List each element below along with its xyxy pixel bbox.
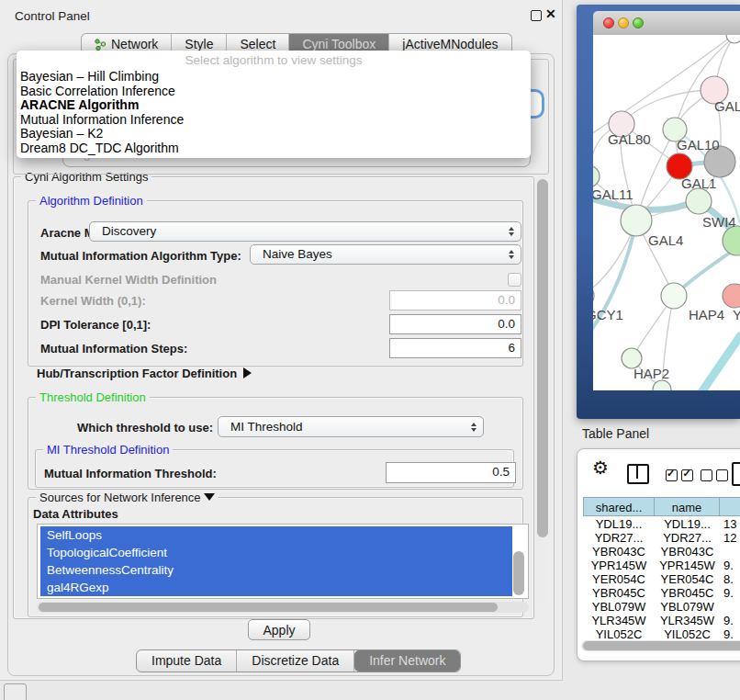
table-row[interactable]: YLR345WYLR345W9. (577, 614, 740, 627)
dpi-tolerance-field[interactable]: 0.0 (389, 314, 521, 334)
attribute-item[interactable]: BetweennessCentrality (40, 561, 512, 579)
table-row[interactable]: YPR145WYPR145W9. (577, 559, 740, 572)
minimized-panel-button[interactable] (4, 683, 27, 700)
tab-impute-data[interactable]: Impute Data (137, 650, 237, 672)
attribute-item[interactable]: TopologicalCoefficient (40, 544, 512, 561)
spinner-icon (509, 227, 514, 236)
table-row[interactable]: YBR043CYBR043C (577, 545, 740, 559)
dropdown-item[interactable]: Dream8 DC_TDC Algorithm (17, 141, 531, 156)
collapsed-arrow-icon (243, 367, 252, 378)
screen: Control Panel ✕ Network Style Select Cyn… (0, 0, 740, 700)
hub-definition-toggle[interactable]: Hub/Transcription Factor Definition (37, 367, 252, 380)
table-horizontal-scrollbar[interactable] (581, 640, 740, 651)
network-node[interactable] (621, 205, 652, 236)
list-vertical-scrollbar[interactable] (513, 551, 524, 595)
table-cell: YBL079W (655, 600, 720, 614)
spinner-icon (471, 423, 477, 432)
zoom-button[interactable] (633, 17, 644, 28)
table-cell: YBL079W (583, 600, 655, 614)
mi-steps-field[interactable]: 6 (389, 338, 521, 358)
table-cell: YBR045C (655, 586, 720, 600)
network-node[interactable] (723, 226, 740, 255)
node-label: GAL (714, 98, 740, 114)
kernel-width-field[interactable]: 0.0 (389, 290, 521, 310)
table-cell: YER054C (655, 572, 720, 586)
which-threshold-select[interactable]: MI Threshold (218, 416, 484, 437)
float-window-icon[interactable] (531, 10, 542, 21)
node-label: GAL11 (593, 186, 633, 202)
node-label: GAL1 (681, 175, 716, 191)
mi-type-select[interactable]: Naive Bayes (250, 244, 521, 265)
dropdown-item[interactable]: Bayesian – Hill Climbing (17, 70, 531, 85)
mi-threshold-field[interactable]: 0.5 (386, 462, 516, 483)
table-cell: YDL19... (655, 517, 720, 531)
column-header-shared[interactable]: shared... (583, 497, 655, 516)
network-node[interactable] (686, 188, 712, 214)
table-row[interactable]: YDL19...YDL19...13 (577, 517, 740, 531)
dropdown-item[interactable]: ARACNE Algorithm (17, 98, 531, 113)
dpi-tolerance-label: DPI Tolerance [0,1]: (40, 318, 151, 332)
column-header-3[interactable] (720, 497, 740, 516)
sources-toggle[interactable]: Sources for Network Inference (36, 491, 219, 504)
network-node[interactable] (723, 284, 740, 308)
scrollbar-thumb[interactable] (39, 603, 498, 612)
kernel-width-label: Kernel Width (0,1): (40, 294, 146, 308)
group-title: Algorithm Definition (36, 194, 147, 208)
network-canvas[interactable]: GALGAL80GAL10GAL1GAL11SWI4GAL4GCY1HAP4YH… (593, 35, 740, 390)
scrollbar-thumb[interactable] (583, 641, 740, 650)
select-all-checkboxes-icon[interactable] (666, 467, 693, 483)
dropdown-item[interactable]: Basic Correlation Inference (17, 85, 531, 99)
network-window-titlebar[interactable] (593, 11, 740, 36)
attribute-item[interactable]: gal4RGexp (40, 579, 512, 596)
document-icon[interactable] (732, 462, 740, 486)
expanded-arrow-icon (204, 493, 215, 501)
node-label: GAL10 (677, 137, 720, 152)
scrollbar-thumb[interactable] (537, 179, 548, 537)
column-header-name[interactable]: name (655, 497, 720, 516)
group-title: Threshold Definition (36, 390, 150, 404)
sources-title: Sources for Network Inference (39, 491, 201, 504)
dpi-tolerance-value: 0.0 (498, 317, 515, 331)
list-horizontal-scrollbar[interactable] (37, 602, 529, 613)
group-title: MI Threshold Definition (43, 443, 173, 457)
which-threshold-value: MI Threshold (219, 417, 483, 436)
table-panel-window: ⚙ shared... name YDL19...YDL19...13YDR27… (577, 448, 740, 661)
data-attributes-label: Data Attributes (33, 507, 118, 521)
attribute-item[interactable]: SelfLoops (40, 526, 512, 544)
algorithm-dropdown: Select algorithm to view settings Bayesi… (17, 51, 531, 158)
table-row[interactable]: YER054CYER054C8. (577, 572, 740, 586)
minimize-button[interactable] (618, 17, 629, 28)
dropdown-item[interactable]: Bayesian – K2 (17, 127, 531, 141)
network-node[interactable] (653, 380, 671, 390)
node-label: GAL80 (608, 131, 651, 147)
table-row[interactable]: YBL079WYBL079W (577, 600, 740, 614)
table-cell: YIL052C (655, 627, 720, 641)
table-row[interactable]: YIL052CYIL052C9. (577, 627, 740, 641)
tab-infer-network[interactable]: Infer Network (354, 650, 460, 672)
table-cell: 9. (720, 614, 740, 627)
table-row[interactable]: YDR27...YDR27...12 (577, 531, 740, 545)
control-panel-title: Control Panel (15, 9, 90, 23)
table-panel-title: Table Panel (582, 426, 649, 441)
column-layout-icon[interactable] (627, 464, 649, 484)
tab-discretize-data[interactable]: Discretize Data (237, 650, 354, 672)
apply-button[interactable]: Apply (248, 619, 310, 640)
network-node[interactable] (661, 283, 687, 309)
aracne-mode-select[interactable]: Discovery (89, 221, 521, 242)
close-icon[interactable]: ✕ (545, 6, 556, 21)
spinner-icon (509, 250, 514, 259)
attributes-list[interactable]: SelfLoopsTopologicalCoefficientBetweenne… (37, 524, 529, 599)
table-row[interactable]: YBR045CYBR045C9. (577, 586, 740, 600)
node-label: HAP4 (689, 307, 724, 322)
node-label: GAL4 (648, 232, 683, 248)
mi-steps-label: Mutual Information Steps: (40, 342, 187, 356)
close-button[interactable] (603, 17, 614, 28)
table-cell: YBR043C (583, 545, 655, 559)
deselect-all-checkboxes-icon[interactable] (701, 467, 728, 483)
dropdown-item[interactable]: Mutual Information Inference (17, 113, 531, 128)
settings-vertical-scrollbar[interactable] (536, 176, 549, 608)
gear-icon[interactable]: ⚙ (592, 457, 609, 479)
manual-kernel-checkbox[interactable] (508, 273, 521, 287)
dropdown-placeholder: Select algorithm to view settings (17, 51, 531, 70)
node-label: HAP2 (633, 366, 669, 381)
